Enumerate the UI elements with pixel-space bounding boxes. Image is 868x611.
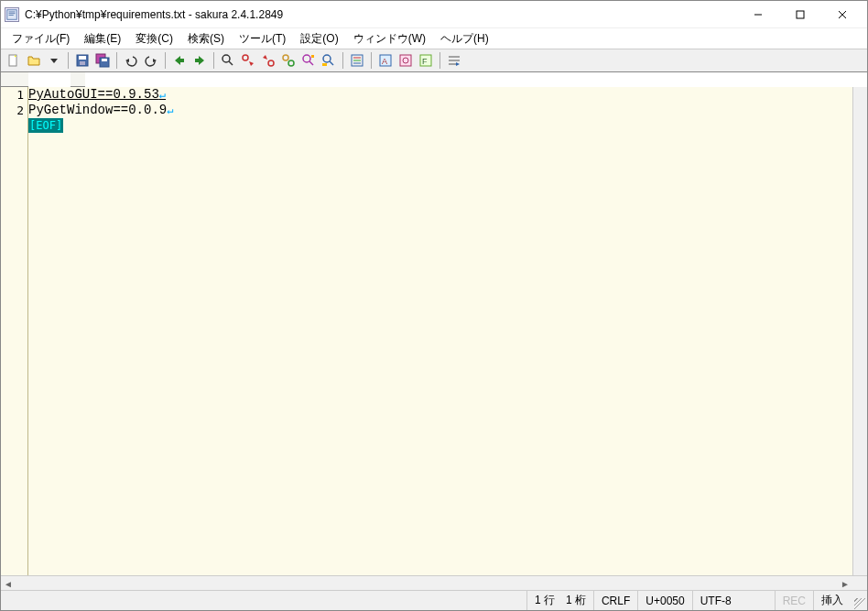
- scroll-corner: [852, 576, 867, 590]
- svg-point-30: [288, 60, 294, 66]
- ruler-right-corner: [71, 72, 85, 87]
- search-icon[interactable]: [219, 51, 237, 70]
- status-encoding[interactable]: UTF-8: [692, 591, 775, 610]
- window-title: C:¥Python¥tmp¥requirements.txt - sakura …: [25, 8, 737, 21]
- vertical-scrollbar[interactable]: [852, 87, 867, 575]
- close-button[interactable]: [821, 1, 863, 28]
- ruler-corner: [1, 72, 28, 87]
- status-codepoint[interactable]: U+0050: [637, 591, 691, 610]
- svg-text:A: A: [382, 57, 387, 66]
- wrap-settings-icon[interactable]: [445, 51, 463, 70]
- scroll-track[interactable]: [16, 576, 838, 590]
- menu-convert[interactable]: 変換(C): [128, 29, 180, 49]
- toolbar: A F: [1, 49, 867, 72]
- line-number: 1: [1, 87, 27, 103]
- svg-marker-10: [50, 59, 58, 63]
- toolbar-separator: [213, 52, 214, 69]
- mark-icon[interactable]: [299, 51, 318, 70]
- status-rec[interactable]: REC: [775, 591, 813, 610]
- statusbar: 1 行 1 桁 CRLF U+0050 UTF-8 REC 挿入: [1, 590, 867, 610]
- svg-marker-26: [249, 61, 254, 66]
- svg-rect-22: [195, 59, 199, 62]
- svg-point-34: [323, 55, 331, 62]
- svg-rect-2: [9, 13, 16, 14]
- svg-rect-13: [80, 61, 85, 65]
- svg-line-24: [229, 61, 233, 65]
- eof-line: [EOF]: [28, 118, 852, 134]
- status-insert[interactable]: 挿入: [813, 591, 851, 610]
- svg-rect-5: [797, 11, 804, 18]
- common-settings-icon[interactable]: [396, 51, 415, 70]
- menu-tools[interactable]: ツール(T): [232, 29, 293, 49]
- svg-text:F: F: [422, 57, 428, 66]
- jump-forward-icon[interactable]: [190, 51, 209, 70]
- jump-back-icon[interactable]: [170, 51, 189, 70]
- replace-icon[interactable]: [279, 51, 298, 70]
- svg-point-23: [222, 55, 230, 62]
- minimize-button[interactable]: [737, 1, 779, 28]
- grep-icon[interactable]: [320, 51, 338, 70]
- maximize-button[interactable]: [779, 1, 821, 28]
- scroll-left-icon[interactable]: ◄: [1, 576, 16, 591]
- text-editor[interactable]: PyAutoGUI==0.9.53↵ PyGetWindow==0.0.9↵ […: [28, 87, 852, 575]
- save-icon[interactable]: [73, 51, 92, 70]
- menu-window[interactable]: ウィンドウ(W): [346, 29, 433, 49]
- svg-rect-3: [9, 15, 14, 16]
- svg-marker-28: [263, 55, 267, 60]
- menu-settings[interactable]: 設定(O): [293, 29, 345, 49]
- app-icon: [5, 7, 19, 22]
- search-next-icon[interactable]: [239, 51, 257, 70]
- svg-rect-16: [102, 59, 107, 61]
- font-settings-icon[interactable]: F: [417, 51, 435, 70]
- menu-file[interactable]: ファイル(F): [5, 29, 77, 49]
- resize-grip-icon[interactable]: [851, 591, 867, 611]
- toolbar-separator: [371, 52, 372, 69]
- svg-rect-33: [311, 55, 314, 58]
- toolbar-separator: [116, 52, 117, 69]
- svg-point-29: [283, 55, 288, 60]
- line-text: PyAutoGUI==0.9.53: [28, 87, 159, 102]
- editor-area: 1 2 PyAutoGUI==0.9.53↵ PyGetWindow==0.0.…: [1, 87, 867, 575]
- open-dropdown-icon[interactable]: [45, 51, 63, 70]
- status-position[interactable]: 1 行 1 桁: [526, 591, 593, 610]
- line-number-gutter: 1 2: [1, 87, 28, 575]
- eof-marker: [EOF]: [28, 118, 63, 133]
- new-file-icon[interactable]: [5, 51, 23, 70]
- scroll-right-icon[interactable]: ►: [838, 576, 852, 591]
- text-line[interactable]: PyGetWindow==0.0.9↵: [28, 103, 852, 118]
- status-eol[interactable]: CRLF: [593, 591, 637, 610]
- titlebar: C:¥Python¥tmp¥requirements.txt - sakura …: [1, 1, 867, 28]
- menu-edit[interactable]: 編集(E): [77, 29, 128, 49]
- undo-icon[interactable]: [122, 51, 140, 70]
- svg-rect-12: [79, 56, 86, 60]
- crlf-icon: ↵: [167, 104, 173, 117]
- toolbar-separator: [165, 52, 166, 69]
- svg-point-25: [243, 55, 248, 60]
- open-file-icon[interactable]: [25, 51, 43, 70]
- svg-marker-21: [199, 56, 204, 65]
- save-all-icon[interactable]: [93, 51, 112, 70]
- menu-help[interactable]: ヘルプ(H): [433, 29, 496, 49]
- ruler-row: 01234567891011: [1, 72, 867, 87]
- horizontal-scrollbar[interactable]: ◄ ►: [1, 575, 867, 590]
- crlf-icon: ↵: [159, 89, 166, 102]
- svg-line-35: [330, 61, 333, 65]
- menu-search[interactable]: 検索(S): [180, 29, 232, 49]
- toolbar-separator: [68, 52, 69, 69]
- svg-point-27: [268, 60, 274, 66]
- toolbar-separator: [342, 52, 343, 69]
- outline-icon[interactable]: [348, 51, 366, 70]
- svg-line-32: [309, 61, 313, 65]
- svg-rect-20: [180, 59, 184, 62]
- svg-marker-19: [175, 56, 180, 65]
- redo-icon[interactable]: [142, 51, 160, 70]
- toolbar-separator: [439, 52, 440, 69]
- search-prev-icon[interactable]: [259, 51, 277, 70]
- text-line[interactable]: PyAutoGUI==0.9.53↵: [28, 87, 852, 103]
- svg-point-31: [303, 55, 310, 62]
- type-settings-icon[interactable]: A: [376, 51, 395, 70]
- menubar: ファイル(F) 編集(E) 変換(C) 検索(S) ツール(T) 設定(O) ウ…: [1, 28, 867, 49]
- svg-rect-36: [322, 63, 327, 66]
- svg-marker-50: [456, 62, 460, 66]
- svg-rect-1: [9, 11, 16, 12]
